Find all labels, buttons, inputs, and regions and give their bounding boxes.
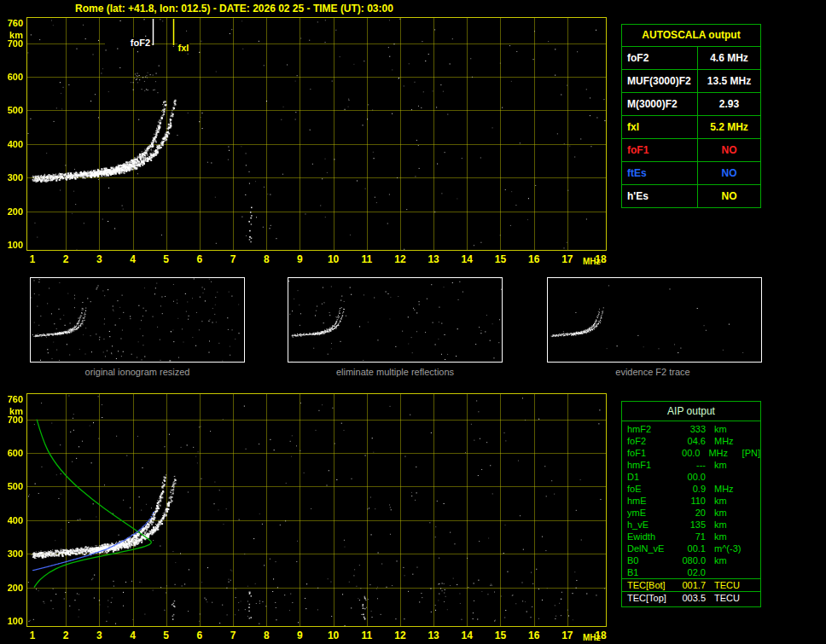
- autoscala-row-label: foF2: [622, 47, 698, 69]
- aip-row-extra: [748, 542, 760, 554]
- y-tick-label: 400: [1, 515, 23, 525]
- x-tick-label: 11: [357, 629, 377, 641]
- y-axis-unit: km: [1, 30, 23, 40]
- aip-row-label: TEC[Top]: [622, 592, 675, 604]
- aip-row-value: ---: [675, 459, 706, 471]
- x-tick-label: 9: [289, 629, 310, 641]
- aip-row-extra: [748, 435, 760, 447]
- x-tick-label: 4: [123, 253, 143, 265]
- y-tick-label: 100: [1, 240, 23, 250]
- aip-row-unit: MHz: [706, 483, 748, 495]
- aip-row-label: D1: [622, 471, 675, 483]
- aip-row-value: 110: [675, 495, 706, 507]
- aip-row-value: 00.0: [675, 471, 706, 483]
- x-axis-unit: MHz: [583, 257, 601, 266]
- autoscala-row: M(3000)F22.93: [622, 93, 760, 116]
- caption-multiple-reflections: eliminate multiple reflections: [288, 367, 503, 377]
- autoscala-row-label: M(3000)F2: [622, 93, 698, 115]
- x-tick-label: 7: [223, 253, 243, 265]
- aip-row-unit: km: [706, 423, 748, 435]
- autoscala-row: MUF(3000)F213.5 MHz: [622, 70, 760, 93]
- aip-row-extra: [748, 423, 760, 435]
- marker-label-foF2: foF2: [105, 38, 151, 48]
- aip-row: h_vE135km: [622, 519, 760, 531]
- x-tick-label: 12: [390, 629, 410, 641]
- autoscala-rows: foF24.6 MHzMUF(3000)F213.5 MHzM(3000)F22…: [622, 47, 760, 207]
- autoscala-row-value: NO: [698, 162, 760, 184]
- caption-f2-trace: evidence F2 trace: [545, 367, 760, 377]
- aip-row-extra: [748, 566, 760, 578]
- x-tick-label: 7: [223, 629, 243, 641]
- thumbnail-canvas-reflections: [288, 277, 503, 363]
- x-tick-label: 16: [524, 629, 544, 641]
- aip-row-label: Ewidth: [622, 531, 675, 542]
- aip-row-value: 001.7: [675, 579, 706, 591]
- aip-row-unit: km: [706, 507, 748, 519]
- autoscala-row-value: 5.2 MHz: [698, 116, 760, 138]
- autoscala-row: ftEsNO: [622, 162, 760, 185]
- profile-canvas: [26, 393, 607, 627]
- aip-row: B0080.0km: [622, 554, 760, 566]
- y-tick-label: 760: [1, 394, 23, 404]
- aip-row-extra: [748, 483, 760, 495]
- aip-row-label: hmF1: [622, 459, 675, 471]
- aip-row: D100.0: [622, 471, 760, 483]
- ionogram-canvas: [26, 17, 607, 251]
- y-tick-label: 200: [1, 206, 23, 217]
- aip-row-extra: [748, 554, 760, 566]
- y-tick-label: 300: [1, 172, 23, 183]
- aip-row-unit: MHz: [700, 447, 740, 459]
- aip-row: foF204.6MHz: [622, 435, 760, 447]
- aip-row: B102.0: [622, 566, 760, 578]
- autoscala-row-label: MUF(3000)F2: [622, 70, 698, 92]
- aip-panel-header: AIP output: [622, 402, 760, 421]
- autoscala-row-label: foF1: [622, 139, 698, 161]
- x-tick-label: 1: [22, 253, 43, 265]
- aip-row-unit: TECU: [706, 579, 748, 591]
- aip-row-unit: km: [706, 554, 748, 566]
- x-tick-label: 8: [256, 629, 276, 641]
- aip-row-label: h_vE: [622, 519, 675, 531]
- autoscala-row-value: NO: [698, 139, 760, 161]
- thumbnail-canvas-original: [30, 277, 245, 363]
- x-tick-label: 14: [457, 253, 477, 265]
- aip-row-extra: [748, 592, 760, 604]
- aip-row-unit: m^(-3): [706, 542, 748, 554]
- autoscala-output-panel: AUTOSCALA output foF24.6 MHzMUF(3000)F21…: [621, 24, 761, 208]
- aip-row: Ewidth71km: [622, 531, 760, 542]
- aip-row-value: 71: [675, 531, 706, 542]
- y-tick-label: 500: [1, 481, 23, 491]
- aip-row-label: B0: [622, 554, 675, 566]
- x-tick-label: 2: [55, 253, 76, 265]
- aip-row: ymE20km: [622, 507, 760, 519]
- y-tick-label: 500: [1, 105, 23, 115]
- aip-row-value: 003.5: [675, 592, 706, 604]
- aip-row-extra: [748, 507, 760, 519]
- x-tick-label: 11: [357, 253, 377, 265]
- aip-row-value: 135: [675, 519, 706, 531]
- aip-row: hmF2333km: [622, 423, 760, 435]
- x-tick-label: 2: [55, 629, 76, 641]
- autoscala-row-value: 13.5 MHz: [698, 70, 760, 92]
- x-tick-label: 9: [289, 253, 310, 265]
- y-tick-label: 100: [1, 616, 23, 626]
- autoscala-row: h'EsNO: [622, 185, 760, 207]
- aip-row-unit: km: [706, 531, 748, 542]
- aip-row-value: 04.6: [675, 435, 706, 447]
- aip-row-value: 333: [675, 423, 706, 435]
- aip-row: TEC[Top]003.5TECU: [622, 591, 760, 604]
- aip-row-extra: [748, 519, 760, 531]
- aip-row-value: 00.0: [672, 447, 700, 459]
- thumbnail-canvas-f2trace: [547, 277, 762, 363]
- x-tick-label: 6: [189, 253, 210, 265]
- aip-row-label: ymE: [622, 507, 675, 519]
- y-tick-label: 200: [1, 583, 23, 593]
- station-title: Rome (lat: +41.8, lon: 012.5) - DATE: 20…: [75, 3, 393, 15]
- autoscala-row-label: fxl: [622, 116, 698, 138]
- aip-row-extra: [748, 495, 760, 507]
- aip-row-value: 080.0: [675, 554, 706, 566]
- caption-original-ionogram: original ionogram resized: [30, 367, 245, 377]
- aip-rows: hmF2333kmfoF204.6MHzfoF100.0MHz[PN]hmF1-…: [622, 423, 760, 604]
- autoscala-row-label: ftEs: [622, 162, 698, 184]
- aip-row-value: 02.0: [675, 566, 706, 578]
